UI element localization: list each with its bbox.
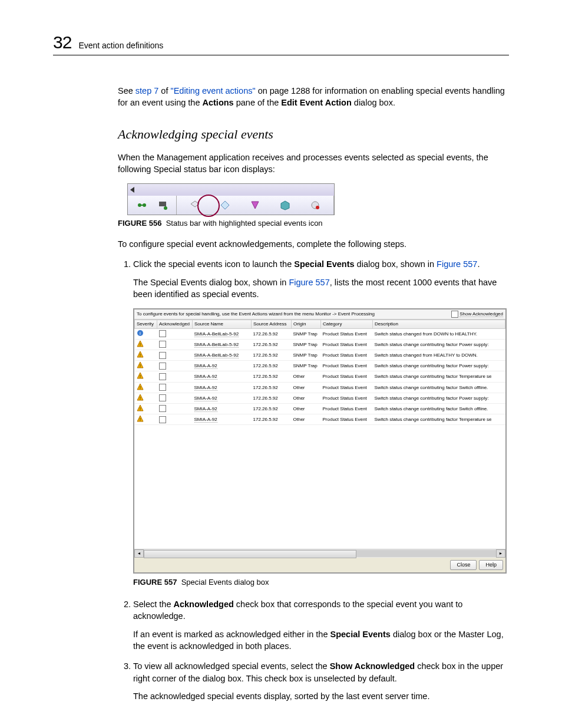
intro-paragraph: See step 7 of "Editing event actions" on…	[118, 85, 509, 109]
dialog-instruction: To configure events for special handling…	[137, 311, 375, 318]
column-header[interactable]: Source Name	[193, 320, 252, 328]
svg-text:!: !	[140, 353, 141, 357]
cell-src: SMIA-A-BellLab-5-92	[193, 339, 252, 350]
warning-icon: !	[137, 351, 144, 358]
column-header[interactable]: Severity	[135, 320, 157, 328]
cell-origin: SNMP Trap	[292, 328, 321, 339]
actions-bold: Actions	[203, 98, 234, 107]
ack-checkbox[interactable]	[159, 330, 166, 337]
cell-cat: Product Status Event	[321, 393, 373, 403]
text: If an event is marked as acknowledged ei…	[133, 630, 330, 639]
table-row[interactable]: !SMIA-A-92172.26.5.92SNMP TrapProduct St…	[135, 361, 505, 371]
step-7-link[interactable]: step 7	[135, 86, 159, 95]
ack-checkbox[interactable]	[159, 405, 166, 412]
table-row[interactable]: !SMIA-A-BellLab-5-92172.26.5.92SNMP Trap…	[135, 339, 505, 350]
warning-icon: !	[137, 415, 144, 422]
cell-cat: Product Status Event	[321, 339, 373, 350]
text: dialog box, shown in	[355, 259, 437, 269]
text: To view all acknowledged special events,…	[133, 661, 330, 671]
show-acknowledged-bold: Show Acknowledged	[330, 661, 415, 671]
cell-src: SMIA-A-92	[193, 414, 252, 425]
table-row[interactable]: !SMIA-A-92172.26.5.92OtherProduct Status…	[135, 403, 505, 414]
close-button[interactable]: Close	[450, 560, 477, 570]
figure-caption-text: Status bar with highlighted special even…	[166, 219, 323, 228]
table-row[interactable]: !SMIA-A-92172.26.5.92OtherProduct Status…	[135, 393, 505, 403]
figure-557-link[interactable]: Figure 557	[289, 278, 329, 287]
help-button[interactable]: Help	[479, 560, 503, 570]
cell-addr: 172.26.5.92	[252, 361, 292, 371]
text: The Special Events dialog box, shown in	[133, 278, 289, 287]
special-events-bold: Special Events	[330, 630, 391, 639]
server-icon	[157, 200, 168, 210]
figure-label: FIGURE 557	[133, 578, 177, 587]
show-acknowledged-checkbox[interactable]: Show Acknowledged	[451, 311, 503, 318]
ack-checkbox[interactable]	[159, 394, 166, 401]
cell-desc: Switch status change contributing factor…	[373, 403, 505, 414]
cell-addr: 172.26.5.92	[252, 403, 292, 414]
editing-event-actions-link[interactable]: "Editing event actions"	[171, 86, 256, 95]
cell-cat: Product Status Event	[321, 403, 373, 414]
arrow-left-icon	[130, 187, 134, 193]
table-row[interactable]: !SMIA-A-92172.26.5.92OtherProduct Status…	[135, 414, 505, 425]
step-1: Click the special events icon to launch …	[133, 258, 509, 588]
warning-icon: !	[137, 372, 144, 379]
cell-src: SMIA-A-BellLab-5-92	[193, 350, 252, 360]
svg-text:!: !	[140, 386, 141, 390]
cell-desc: Switch status change contributing factor…	[373, 371, 505, 382]
svg-text:!: !	[140, 374, 141, 378]
acknowledged-bold: Acknowledged	[174, 599, 234, 609]
highlight-circle	[197, 195, 220, 217]
scroll-left-button[interactable]: ◄	[134, 549, 144, 558]
warning-icon: !	[137, 383, 144, 390]
text: .	[477, 259, 480, 269]
cell-desc: Switch status change contributing factor…	[373, 382, 505, 393]
column-header[interactable]: Description	[373, 320, 505, 328]
cell-src: SMIA-A-92	[193, 393, 252, 403]
ack-checkbox[interactable]	[159, 363, 166, 370]
svg-point-3	[164, 206, 167, 210]
ack-checkbox[interactable]	[159, 373, 166, 380]
figure-557-link[interactable]: Figure 557	[437, 259, 477, 269]
cell-src: SMIA-A-92	[193, 403, 252, 414]
table-row[interactable]: iSMIA-A-BellLab-5-92172.26.5.92SNMP Trap…	[135, 328, 505, 339]
chapter-number: 32	[53, 32, 71, 52]
table-row[interactable]: !SMIA-A-92172.26.5.92OtherProduct Status…	[135, 382, 505, 393]
column-header[interactable]: Acknowledged	[157, 320, 193, 328]
cell-src: SMIA-A-92	[193, 361, 252, 371]
scroll-right-button[interactable]: ►	[496, 549, 505, 558]
cell-cat: Product Status Event	[321, 361, 373, 371]
warning-icon: !	[137, 394, 144, 401]
ack-checkbox[interactable]	[159, 352, 166, 359]
cell-origin: Other	[292, 371, 321, 382]
table-row[interactable]: !SMIA-A-BellLab-5-92172.26.5.92SNMP Trap…	[135, 350, 505, 360]
column-header[interactable]: Source Address	[252, 320, 292, 328]
ack-checkbox[interactable]	[159, 416, 166, 423]
horizontal-scrollbar[interactable]: ◄ ►	[134, 549, 505, 558]
cell-origin: SNMP Trap	[292, 339, 321, 350]
cell-origin: SNMP Trap	[292, 350, 321, 360]
table-row[interactable]: !SMIA-A-92172.26.5.92OtherProduct Status…	[135, 371, 505, 382]
warning-icon: !	[137, 361, 144, 368]
svg-point-5	[316, 206, 319, 209]
svg-text:i: i	[140, 331, 141, 336]
cell-cat: Product Status Event	[321, 328, 373, 339]
cell-desc: Switch status change contributing factor…	[373, 339, 505, 350]
svg-text:!: !	[140, 396, 141, 400]
info-icon: i	[137, 330, 144, 337]
cell-desc: Switch status change contributing factor…	[373, 414, 505, 425]
cell-addr: 172.26.5.92	[252, 328, 292, 339]
step-2: Select the Acknowledged check box that c…	[133, 598, 509, 652]
text: The acknowledged special events display,…	[133, 690, 509, 702]
column-header[interactable]: Origin	[292, 320, 321, 328]
text: See	[118, 86, 135, 95]
cell-origin: Other	[292, 393, 321, 403]
edit-event-action-bold: Edit Event Action	[281, 98, 352, 107]
column-header[interactable]: Category	[321, 320, 373, 328]
figure-557-caption: FIGURE 557 Special Events dialog box	[133, 577, 509, 588]
special-events-icon[interactable]	[250, 200, 260, 210]
figure-556-caption: FIGURE 556 Status bar with highlighted s…	[118, 219, 509, 228]
ack-checkbox[interactable]	[159, 384, 166, 391]
cell-addr: 172.26.5.92	[252, 350, 292, 360]
ack-checkbox[interactable]	[159, 341, 166, 348]
cell-desc: Switch status change contributing factor…	[373, 393, 505, 403]
